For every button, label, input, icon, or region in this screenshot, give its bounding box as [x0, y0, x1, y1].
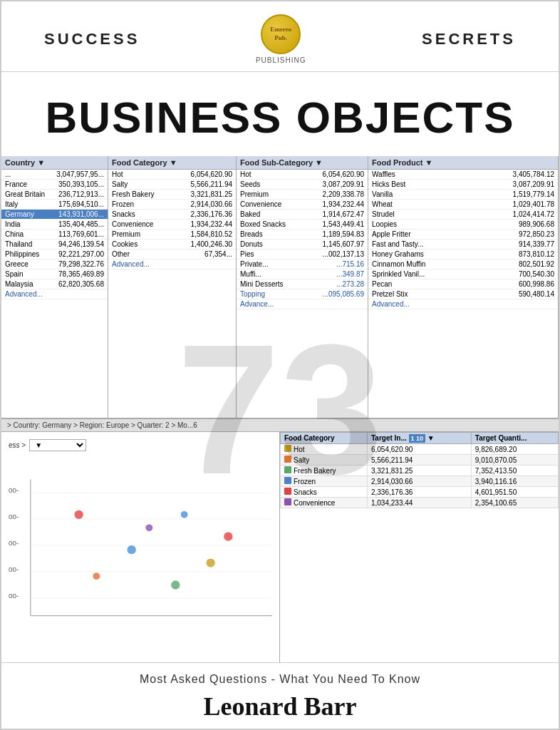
col-header-target-in: Target In... 1 10 ▼ [367, 433, 471, 444]
table-row: Boxed Snacks1,543,449.41 [237, 220, 368, 230]
logo-area: EmereoPub. PUBLISHING [256, 14, 306, 64]
target-qty-cell: 4,601,951.50 [471, 487, 558, 498]
table-row: Convenience1,934,232.44 [108, 220, 236, 230]
svg-point-17 [145, 525, 152, 532]
table-row: Sprinkled Vanil...700,540.30 [368, 269, 558, 279]
table-row: Italy175,694,510... [1, 200, 108, 210]
advanced-link-row[interactable]: Advance... [237, 299, 368, 309]
table-row: France350,393,105... [1, 180, 108, 190]
logo-subtext: PUBLISHING [256, 56, 306, 64]
country-header: Country ▼ [1, 156, 108, 170]
category-cell: Frozen [281, 476, 368, 487]
bottom-table-area: Food Category Target In... 1 10 ▼ Target… [280, 432, 559, 662]
food-category-column: Food Category ▼ Hot6,054,620.90 Salty5,5… [108, 156, 237, 418]
top-header: SUCCESS EmereoPub. PUBLISHING SECRETS [1, 1, 559, 72]
table-row: Cookies1,400,246.30 [108, 240, 236, 250]
table-row: Topping...095,085.69 [237, 289, 368, 299]
country-column: Country ▼ ...3,047,957,95... France350,3… [1, 156, 108, 418]
target-qty-cell: 3,940,116.16 [471, 476, 558, 487]
table-row: Salty 5,566,211.94 9,010,870.05 [281, 455, 559, 466]
filter-label: ess > [9, 441, 26, 449]
table-row: Snacks 2,336,176.36 4,601,951.50 [281, 487, 559, 498]
table-row: Pretzel Stix590,480.14 [368, 289, 558, 299]
target-qty-cell: 7,352,413.50 [471, 466, 558, 476]
category-cell: Hot [281, 444, 368, 455]
target-in-cell: 5,566,211.94 [367, 455, 471, 466]
target-qty-cell: 2,354,100.65 [471, 498, 558, 508]
book-cover: SUCCESS EmereoPub. PUBLISHING SECRETS BU… [0, 0, 560, 730]
col-header-category: Food Category [281, 433, 368, 444]
table-row: Frozen2,914,030.66 [108, 200, 236, 210]
table-row: India135,404,485... [1, 220, 108, 230]
footer-area: Most Asked Questions - What You Need To … [1, 662, 559, 729]
table-row: Hicks Best3,087,209.91 [368, 180, 558, 190]
advanced-link-row[interactable]: Advanced... [1, 289, 108, 299]
svg-point-14 [171, 581, 180, 590]
table-row: Cinnamon Muffin802,501.92 [368, 259, 558, 269]
svg-text:00-: 00- [9, 592, 19, 600]
publisher-logo: EmereoPub. [261, 14, 301, 54]
target-in-cell: 3,321,831.25 [367, 466, 471, 476]
table-row: Pecan600,998.86 [368, 279, 558, 289]
table-row: Fast and Tasty...914,339.77 [368, 240, 558, 250]
bo-bottom-panel: > Country: Germany > Region: Europe > Qu… [1, 419, 559, 662]
bottom-table: Food Category Target In... 1 10 ▼ Target… [280, 432, 559, 508]
target-qty-cell: 9,010,870.05 [471, 455, 558, 466]
target-in-cell: 2,914,030.66 [367, 476, 471, 487]
table-row: Other67,354... [108, 250, 236, 259]
target-in-cell: 6,054,620.90 [367, 444, 471, 455]
table-row: Waffles3,405,784.12 [368, 170, 558, 180]
food-subcategory-body: Hot6,054,620.90 Seeds3,087,209.91 Premiu… [237, 170, 368, 309]
food-product-column: Food Product ▼ Waffles3,405,784.12 Hicks… [368, 156, 559, 418]
table-row: Hot6,054,620.90 [108, 170, 236, 180]
category-cell: Convenience [281, 498, 368, 508]
main-title: BUSINESS OBJECTS [44, 93, 516, 142]
success-label: SUCCESS [44, 30, 140, 48]
chart-area: ess > ▼ 00- 00- 00- 00- [1, 432, 280, 662]
breadcrumb: > Country: Germany > Region: Europe > Qu… [1, 419, 559, 432]
svg-point-13 [128, 545, 136, 554]
svg-point-12 [75, 510, 83, 519]
table-row: Greece79,298,322.76 [1, 259, 108, 269]
table-row: Philippines92,221,297.00 [1, 250, 108, 259]
svg-point-18 [224, 533, 232, 541]
table-row: Baked1,914,672.47 [237, 210, 368, 220]
screenshot-container: 73 Country ▼ ...3,047,957,95... France35… [1, 156, 559, 662]
advanced-link-row[interactable]: Advanced... [368, 299, 558, 309]
table-row: Snacks2,336,176.36 [108, 210, 236, 220]
screenshot-area: 73 Country ▼ ...3,047,957,95... France35… [1, 156, 559, 662]
table-row: Great Britain236,712,913... [1, 190, 108, 200]
target-qty-cell: 9,826,689.20 [471, 444, 558, 455]
table-row: Mini Desserts...273.28 [237, 279, 368, 289]
food-subcategory-header: Food Sub-Category ▼ [237, 156, 368, 170]
country-body: ...3,047,957,95... France350,393,105... … [1, 170, 108, 299]
svg-text:00-: 00- [9, 486, 19, 494]
secrets-label: SECRETS [422, 30, 516, 48]
table-row: China113,769,601... [1, 230, 108, 240]
svg-point-15 [207, 559, 215, 567]
table-row: Convenience1,934,232.44 [237, 200, 368, 210]
table-row: Vanilla1,519,779.14 [368, 190, 558, 200]
filter-row: ess > ▼ [9, 439, 272, 451]
table-row: Pies...002,137.13 [237, 250, 368, 259]
table-row: Hot6,054,620.90 [237, 170, 368, 180]
table-row: Wheat1,029,401.78 [368, 200, 558, 210]
food-category-header: Food Category ▼ [108, 156, 236, 170]
svg-text:00-: 00- [9, 539, 19, 547]
svg-text:00-: 00- [9, 513, 19, 520]
table-row: ...3,047,957,95... [1, 170, 108, 180]
table-row: Fresh Bakery 3,321,831.25 7,352,413.50 [281, 466, 559, 476]
table-row: Seeds3,087,209.91 [237, 180, 368, 190]
table-row: Salty5,566,211.94 [108, 180, 236, 190]
target-in-cell: 2,336,176.36 [367, 487, 471, 498]
table-row: Premium1,584,810.52 [108, 230, 236, 240]
title-area: BUSINESS OBJECTS [1, 72, 559, 156]
category-cell: Salty [281, 455, 368, 466]
advanced-link-row[interactable]: Advanced... [108, 259, 236, 269]
table-row-selected: Germany143,931,006... [1, 210, 108, 220]
table-row: Frozen 2,914,030.66 3,940,116.16 [281, 476, 559, 487]
food-product-body: Waffles3,405,784.12 Hicks Best3,087,209.… [368, 170, 558, 309]
food-product-header: Food Product ▼ [368, 156, 558, 170]
filter-select[interactable]: ▼ [29, 439, 86, 451]
food-subcategory-column: Food Sub-Category ▼ Hot6,054,620.90 Seed… [237, 156, 368, 418]
